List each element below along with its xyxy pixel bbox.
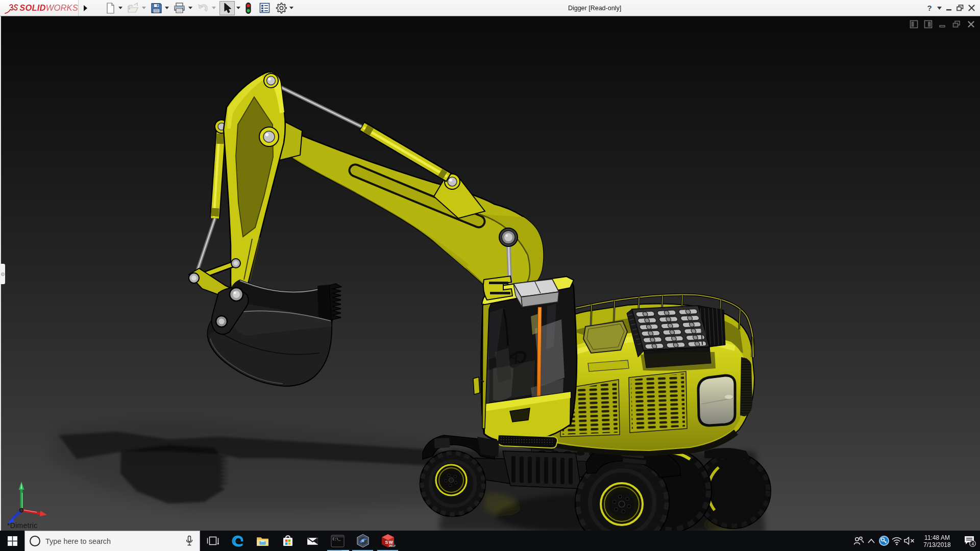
save-button[interactable] <box>150 1 163 15</box>
new-document-icon <box>105 2 116 14</box>
select-dropdown[interactable] <box>235 1 241 15</box>
people-button[interactable] <box>852 531 865 551</box>
search-input[interactable] <box>45 537 173 545</box>
system-tray: 11:48 AM 7/13/2018 4 <box>852 531 980 551</box>
pane-left-icon <box>910 20 918 29</box>
orientation-triad <box>7 482 47 523</box>
select-tool-button[interactable] <box>219 1 235 15</box>
svg-text:2017: 2017 <box>389 544 395 547</box>
clock-date: 7/13/2018 <box>918 541 957 548</box>
minimize-icon <box>939 20 946 28</box>
task-view-icon <box>206 535 219 546</box>
digger-3d-model[interactable] <box>0 16 980 531</box>
wifi-button[interactable] <box>890 531 903 551</box>
stick-assembly[interactable] <box>189 72 285 297</box>
taskbar-command-prompt[interactable]: C:\_ <box>325 531 350 551</box>
select-cursor-icon <box>223 3 232 14</box>
print-button[interactable] <box>173 1 187 15</box>
taskbar-clock[interactable]: 11:48 AM 7/13/2018 <box>918 534 957 548</box>
microphone-icon[interactable] <box>185 535 193 547</box>
taskbar-file-explorer[interactable] <box>250 531 275 551</box>
toolbar-flyout-arrow[interactable] <box>81 0 90 16</box>
edge-browser-icon <box>231 534 244 548</box>
taskbar-mail[interactable] <box>300 531 325 551</box>
pane-right-icon <box>924 20 933 29</box>
save-floppy-icon <box>151 2 162 14</box>
bucket[interactable] <box>208 280 341 386</box>
taskbar-solidworks-2017[interactable]: SW 2017 <box>375 531 400 551</box>
right-triangle-icon <box>83 5 88 11</box>
taskbar-composer-player[interactable] <box>350 531 375 551</box>
feature-tree-collapsed-tab[interactable] <box>0 264 5 284</box>
open-dropdown[interactable] <box>140 1 147 15</box>
traffic-light-icon <box>245 2 252 14</box>
settings-button[interactable] <box>274 1 288 15</box>
help-button[interactable]: ? <box>924 1 935 15</box>
doc-close-button[interactable] <box>966 19 976 29</box>
options-list-button[interactable] <box>258 1 272 15</box>
restore-button[interactable] <box>954 1 966 15</box>
dropdown-arrow-icon <box>165 7 169 9</box>
document-window-controls <box>909 19 976 29</box>
svg-text:C:\_: C:\_ <box>333 538 341 541</box>
pane-right-button[interactable] <box>923 19 933 29</box>
open-folder-icon <box>127 2 139 14</box>
restore-icon <box>957 5 964 11</box>
undo-arrow-icon <box>197 3 209 14</box>
volume-button[interactable] <box>903 531 916 551</box>
dassault-ds-icon <box>4 1 19 16</box>
wifi-icon <box>891 536 902 545</box>
brand-wordmark: SOLIDWORKS <box>19 3 78 13</box>
gear-icon <box>275 2 287 14</box>
dropdown-arrow-icon <box>142 7 146 9</box>
taskbar-edge[interactable] <box>225 531 250 551</box>
taskbar-search[interactable] <box>24 531 200 551</box>
taskbar-apps: C:\_ SW 2017 <box>200 531 400 551</box>
volume-muted-icon <box>903 536 915 545</box>
print-dropdown[interactable] <box>187 1 193 15</box>
doc-restore-button[interactable] <box>951 19 962 29</box>
front-left-wheel[interactable] <box>420 451 485 516</box>
start-button[interactable] <box>0 531 24 551</box>
boom-assembly[interactable] <box>273 83 546 309</box>
solidworks-menu-button[interactable]: SOLIDWORKS <box>0 0 79 16</box>
dropdown-arrow-icon <box>188 7 192 9</box>
undo-button[interactable] <box>196 1 210 15</box>
microsoft-store-icon <box>281 534 295 547</box>
graphics-viewport[interactable]: *Dimetric <box>0 16 980 531</box>
tray-overflow-button[interactable] <box>865 531 877 551</box>
undo-dropdown[interactable] <box>210 1 217 15</box>
new-document-dropdown[interactable] <box>117 1 124 15</box>
window-controls: ? <box>924 0 977 16</box>
windows-logo-icon <box>8 536 17 546</box>
view-orientation-label: *Dimetric <box>7 521 37 530</box>
save-dropdown[interactable] <box>163 1 170 15</box>
file-explorer-icon <box>256 534 270 548</box>
document-title: Digger [Read-only] <box>273 0 916 16</box>
quick-access-toolbar <box>104 0 295 16</box>
performance-lights-button[interactable] <box>244 1 253 15</box>
dropdown-arrow-icon <box>118 7 122 9</box>
dropdown-arrow-icon <box>212 7 216 9</box>
settings-dropdown[interactable] <box>288 1 295 15</box>
taskbar-store[interactable] <box>275 531 300 551</box>
solidworks-window: SOLIDWORKS <box>0 0 980 551</box>
close-icon <box>967 20 975 28</box>
doc-minimize-button[interactable] <box>937 19 947 29</box>
help-dropdown[interactable] <box>935 1 943 15</box>
tab-knob-icon <box>1 272 5 276</box>
action-center-button[interactable]: 4 <box>959 531 980 551</box>
pane-left-button[interactable] <box>909 19 919 29</box>
minimize-button[interactable] <box>943 1 954 15</box>
key-sign-in-icon <box>878 535 890 546</box>
chevron-up-icon <box>867 538 875 543</box>
close-button[interactable] <box>966 1 977 15</box>
solidworks-2017-icon: SW 2017 <box>380 533 396 548</box>
cortana-icon <box>30 536 40 546</box>
people-icon <box>853 536 864 546</box>
open-button[interactable] <box>126 1 140 15</box>
task-view-button[interactable] <box>200 531 225 551</box>
sign-in-options-button[interactable] <box>877 531 890 551</box>
new-document-button[interactable] <box>104 1 117 15</box>
cab[interactable] <box>473 276 577 448</box>
